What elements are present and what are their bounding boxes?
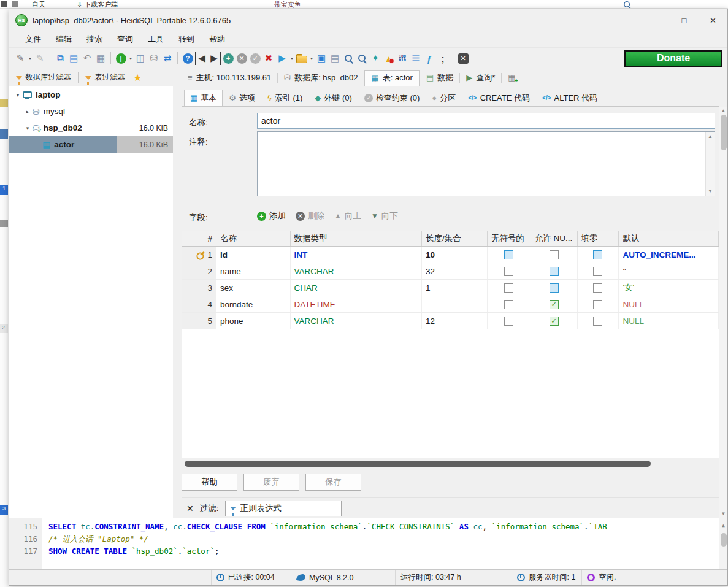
- menu-item-1[interactable]: 编辑: [48, 31, 79, 47]
- grid-column-header-0[interactable]: #: [182, 231, 216, 246]
- field-default-cell[interactable]: NULL: [619, 296, 719, 312]
- allow_null-checkbox[interactable]: [550, 283, 559, 293]
- subtab-3[interactable]: ◆外键 (0): [308, 90, 358, 106]
- toolbar-go-last-icon[interactable]: ▶: [209, 52, 221, 65]
- toolbar-undo-icon[interactable]: ↶: [81, 52, 93, 65]
- field-unsigned-cell[interactable]: [488, 263, 531, 279]
- scroll-down-icon[interactable]: ▼: [708, 188, 713, 194]
- menu-item-2[interactable]: 搜索: [79, 31, 110, 47]
- toolbar-clean-icon[interactable]: ✦: [369, 52, 381, 65]
- toolbar-paste-icon[interactable]: ▤: [67, 52, 80, 65]
- unsigned-checkbox[interactable]: [504, 250, 513, 259]
- allow_null-checkbox[interactable]: ✓: [550, 317, 559, 326]
- field-type-cell[interactable]: VARCHAR: [291, 313, 422, 329]
- tree-item-hsp_db02[interactable]: ▾⛁✓hsp_db0216.0 KiB: [9, 120, 173, 136]
- toolbar-cancel-operation-icon[interactable]: ✖: [262, 52, 275, 65]
- unsigned-checkbox[interactable]: [504, 267, 513, 276]
- field-type-cell[interactable]: DATETIME: [291, 296, 422, 312]
- field-type-cell[interactable]: VARCHAR: [291, 263, 422, 279]
- toolbar-find-replace-icon[interactable]: [356, 52, 368, 65]
- donate-button[interactable]: Donate: [624, 50, 722, 67]
- zerofill-checkbox[interactable]: [593, 300, 602, 309]
- zerofill-checkbox[interactable]: [593, 267, 602, 276]
- minimize-button[interactable]: —: [641, 9, 670, 31]
- sidebar-filter-tab-0[interactable]: 数据库过滤器: [13, 71, 74, 85]
- grid-column-header-2[interactable]: 数据类型: [291, 231, 422, 246]
- zerofill-checkbox[interactable]: [593, 317, 602, 326]
- field-allow_null-cell[interactable]: [531, 280, 578, 296]
- chevron-down-icon[interactable]: ▾: [23, 125, 33, 131]
- field-zerofill-cell[interactable]: [578, 263, 619, 279]
- field-row-sex[interactable]: 3sexCHAR1'女': [182, 280, 719, 296]
- main-tab-5[interactable]: ▦+: [502, 70, 521, 86]
- toolbar-syntax-highlight-icon[interactable]: ƒ: [423, 52, 435, 65]
- maximize-button[interactable]: □: [670, 9, 699, 31]
- field-unsigned-cell[interactable]: [488, 313, 531, 329]
- background-tab-2[interactable]: 带宝卖鱼: [274, 0, 301, 9]
- toolbar-print-icon[interactable]: ▦: [94, 52, 107, 65]
- field-default-cell[interactable]: NULL: [619, 313, 719, 329]
- close-button[interactable]: ✕: [699, 9, 727, 31]
- toolbar-format-pen-clear-icon[interactable]: ✎: [34, 52, 46, 65]
- toolbar-semicolon-icon[interactable]: ;: [437, 52, 449, 65]
- fields-action-0[interactable]: +添加: [257, 210, 286, 221]
- tree-item-actor[interactable]: ▦actor16.0 KiB: [9, 136, 173, 153]
- filter-close-icon[interactable]: ✕: [186, 504, 194, 513]
- tree-item-laptop[interactable]: ▾laptop: [9, 86, 173, 103]
- scroll-up-icon[interactable]: ▲: [708, 134, 713, 139]
- toolbar-format-pen-icon[interactable]: ✎: [14, 52, 26, 65]
- toolbar-copy-icon[interactable]: ⧉: [54, 52, 66, 65]
- toolbar-help-icon[interactable]: ?: [182, 52, 194, 65]
- zerofill-checkbox[interactable]: [593, 250, 602, 259]
- field-length-cell[interactable]: [422, 296, 488, 312]
- field-zerofill-cell[interactable]: [578, 313, 619, 329]
- toolbar-warning-icon[interactable]: ▲: [383, 52, 395, 65]
- toolbar-insert-record-icon[interactable]: +: [222, 52, 234, 65]
- toolbar-save-icon[interactable]: ▣: [315, 52, 328, 65]
- unsigned-checkbox[interactable]: [504, 317, 513, 326]
- main-tab-0[interactable]: ≡主机: 100.113.199.61: [182, 70, 277, 86]
- field-unsigned-cell[interactable]: [488, 247, 531, 263]
- toolbar-import-export-icon[interactable]: ⇄: [161, 52, 174, 65]
- table-name-input[interactable]: [257, 113, 715, 129]
- unsigned-checkbox[interactable]: [504, 300, 513, 309]
- toolbar-open-file-dropdown-icon[interactable]: ▾: [309, 52, 314, 65]
- search-icon[interactable]: [623, 0, 631, 9]
- menu-item-6[interactable]: 帮助: [202, 31, 232, 47]
- chevron-right-icon[interactable]: ▸: [23, 109, 33, 115]
- sql-log-code[interactable]: SELECT tc.CONSTRAINT_NAME, cc.CHECK_CLAU…: [42, 518, 719, 569]
- subtab-5[interactable]: ●分区: [426, 90, 462, 106]
- field-length-cell[interactable]: 12: [422, 313, 488, 329]
- field-allow_null-cell[interactable]: [531, 263, 578, 279]
- sql-log-scrollbar[interactable]: ▲: [719, 518, 727, 569]
- field-row-phone[interactable]: 5phoneVARCHAR12✓NULL: [182, 313, 719, 329]
- field-row-name[interactable]: 2nameVARCHAR32'': [182, 263, 719, 280]
- field-default-cell[interactable]: '女': [619, 280, 719, 296]
- toolbar-close-tab-icon[interactable]: ✕: [457, 52, 469, 65]
- field-allow_null-cell[interactable]: [531, 247, 578, 263]
- toolbar-reconnect-dropdown-icon[interactable]: ▾: [128, 52, 133, 65]
- toolbar-go-first-icon[interactable]: ◀: [195, 52, 207, 65]
- toolbar-search-icon[interactable]: [342, 52, 354, 65]
- main-vertical-scrollbar[interactable]: ▲ ▼: [719, 107, 727, 518]
- toolbar-binary-view-icon[interactable]: 100010: [396, 52, 408, 65]
- background-tab-1[interactable]: ⇩ 下载客户端: [77, 0, 118, 9]
- subtab-7[interactable]: </>ALTER 代码: [536, 90, 603, 106]
- zerofill-checkbox[interactable]: [593, 283, 602, 293]
- toolbar-open-file-icon[interactable]: [296, 52, 308, 65]
- grid-column-header-4[interactable]: 无符号的: [488, 231, 531, 246]
- scroll-down-icon[interactable]: ▼: [721, 511, 726, 516]
- field-type-cell[interactable]: INT: [291, 247, 422, 263]
- menu-item-3[interactable]: 查询: [110, 31, 140, 47]
- tree-item-mysql[interactable]: ▸⛁mysql: [9, 103, 173, 120]
- allow_null-checkbox[interactable]: [550, 267, 559, 276]
- main-tab-1[interactable]: ⛁数据库: hsp_db02: [278, 70, 364, 86]
- subtab-4[interactable]: ✓检查约束 (0): [358, 90, 426, 106]
- field-row-borndate[interactable]: 4borndateDATETIME✓NULL: [182, 296, 719, 313]
- toolbar-session-manager-icon[interactable]: ◫: [134, 52, 147, 65]
- unsigned-checkbox[interactable]: [504, 283, 513, 293]
- grid-column-header-6[interactable]: 填零: [578, 231, 619, 246]
- subtab-1[interactable]: ⚙选项: [223, 90, 261, 106]
- field-name-cell[interactable]: phone: [216, 313, 291, 329]
- main-tab-4[interactable]: ▶查询*: [460, 70, 501, 86]
